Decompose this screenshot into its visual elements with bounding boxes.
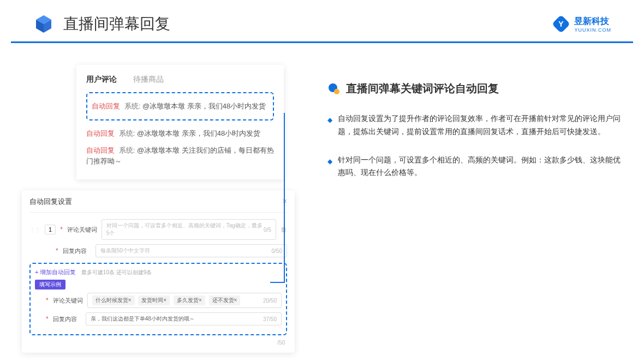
chat-bubble-icon [327,82,341,95]
keyword-tag[interactable]: 什么时候发货× [92,295,135,305]
section-header: 直播间弹幕关键词评论自动回复 [327,81,622,96]
comment-text: @冰墩墩本墩 亲亲，我们48小时内发货 [142,102,266,110]
section-title: 直播间弹幕关键词评论自动回复 [346,81,499,96]
content-label: 回复内容 [63,247,91,255]
keyword-tag[interactable]: 还不发货× [209,295,241,305]
system-label: 系统: [119,129,135,137]
auto-reply-label: 自动回复 [86,146,115,154]
right-column: 直播间弹幕关键词评论自动回复 ◆ 自动回复设置为了提升作者的评论回复效率，作者可… [327,65,622,195]
comments-card: 用户评论 待播商品 自动回复 系统: @冰墩墩本墩 亲亲，我们48小时内发货 自… [76,65,284,179]
example-content-text: 亲，我们这边都是下单48小时内发货的哦～ [91,315,195,323]
drag-handle-icon[interactable]: ⋮⋮ [29,227,40,233]
comment-item: 自动回复 系统: @冰墩墩本墩 亲亲，我们48小时内发货 [86,125,274,142]
tab-pending-goods[interactable]: 待播商品 [133,75,164,85]
char-count: 20/50 [263,298,277,304]
example-content-input: 亲，我们这边都是下单48小时内发货的哦～ 37/50 [86,312,282,325]
delete-icon[interactable]: 🗑 [281,226,287,233]
example-keyword-input: 什么时候发货× 发货时间× 多久发货× 还不发货× 20/50 [87,293,282,308]
required-star: * [60,226,63,233]
highlighted-comment: 自动回复 系统: @冰墩墩本墩 亲亲，我们48小时内发货 [86,92,274,120]
example-keyword-row: * 评论关键词 什么时候发货× 发货时间× 多久发货× 还不发货× 20/50 [35,293,282,308]
settings-modal: 自动回复设置 × ⋮⋮ 1 * 评论关键词 对同一个问题，可设置多个相近、高频的… [22,190,295,353]
comment-text: @冰墩墩本墩 亲亲，我们48小时内发货 [137,129,260,137]
bullet-text: 针对同一个问题，可设置多个相近的、高频的关键词。例如：这款多少钱、这块能优惠吗、… [338,154,622,180]
keyword-input[interactable]: 对同一个问题，可设置多个相近、高频的关键词，Tag确定，最多5个 0/5 [102,219,276,240]
left-column: 用户评论 待播商品 自动回复 系统: @冰墩墩本墩 亲亲，我们48小时内发货 自… [22,65,306,195]
modal-header: 自动回复设置 × [29,197,287,213]
comment-item: 自动回复 系统: @冰墩墩本墩 亲亲，我们48小时内发货 [92,98,269,115]
tab-user-comments[interactable]: 用户评论 [86,75,117,85]
required-star: * [46,297,49,304]
bullet-text: 自动回复设置为了提升作者的评论回复效率，作者可在开播前针对常见的评论用户问题，提… [338,112,622,138]
page-title: 直播间弹幕回复 [63,14,552,34]
auto-reply-label: 自动回复 [86,129,115,137]
add-hint: 最多可建10条 还可以创建9条 [81,269,152,275]
diamond-icon: ◆ [327,114,332,138]
add-rule-link[interactable]: + 增加自动回复 [35,269,76,275]
modal-title: 自动回复设置 [29,197,72,207]
required-star: * [46,315,49,323]
auto-reply-label: 自动回复 [92,102,120,110]
svg-point-3 [334,89,339,94]
brand-subtitle: YUUXIN.COM [574,27,611,33]
keyword-label: 评论关键词 [67,226,97,234]
required-star: * [56,247,58,255]
brand-name: 昱新科技 [574,16,611,27]
list-item: ◆ 自动回复设置为了提升作者的评论回复效率，作者可在开播前针对常见的评论用户问题… [327,112,622,138]
example-badge: 填写示例 [35,280,65,289]
char-count: 0/5 [264,227,271,233]
bullet-list: ◆ 自动回复设置为了提升作者的评论回复效率，作者可在开播前针对常见的评论用户问题… [327,112,622,179]
placeholder-text: 每条限50个中文字符 [100,247,150,255]
cube-icon [33,13,55,35]
close-icon[interactable]: × [283,197,287,207]
keyword-tag[interactable]: 发货时间× [138,295,170,305]
char-count: 0/50 [272,248,282,254]
placeholder-text: 对同一个问题，可设置多个相近、高频的关键词，Tag确定，最多5个 [106,222,264,237]
brand-logo-icon: Y [552,15,570,33]
char-count: 37/50 [263,316,277,322]
system-label: 系统: [119,146,135,154]
keyword-label: 评论关键词 [53,297,83,305]
rule-number: 1 [45,225,56,234]
example-section: + 增加自动回复 最多可建10条 还可以创建9条 填写示例 * 评论关键词 什么… [29,263,287,335]
tabs-row: 用户评论 待播商品 [86,75,274,85]
content-label: 回复内容 [53,315,81,323]
content-row: * 回复内容 每条限50个中文字符 0/50 [29,244,287,257]
brand-block: Y 昱新科技 YUUXIN.COM [552,15,611,33]
system-label: 系统: [124,102,141,110]
example-content-row: * 回复内容 亲，我们这边都是下单48小时内发货的哦～ 37/50 [35,312,282,325]
content-area: 用户评论 待播商品 自动回复 系统: @冰墩墩本墩 亲亲，我们48小时内发货 自… [0,43,644,216]
footer-count: /50 [277,340,285,346]
content-input[interactable]: 每条限50个中文字符 0/50 [96,244,287,257]
svg-text:Y: Y [559,20,564,28]
keyword-row: ⋮⋮ 1 * 评论关键词 对同一个问题，可设置多个相近、高频的关键词，Tag确定… [29,219,287,240]
keyword-tag[interactable]: 多久发货× [174,295,205,305]
comment-item: 自动回复 系统: @冰墩墩本墩 关注我们的店铺，每日都有热门推荐呦～ [86,142,274,170]
list-item: ◆ 针对同一个问题，可设置多个相近的、高频的关键词。例如：这款多少钱、这块能优惠… [327,154,622,180]
diamond-icon: ◆ [327,156,332,180]
page-header: 直播间弹幕回复 Y 昱新科技 YUUXIN.COM [11,0,633,43]
